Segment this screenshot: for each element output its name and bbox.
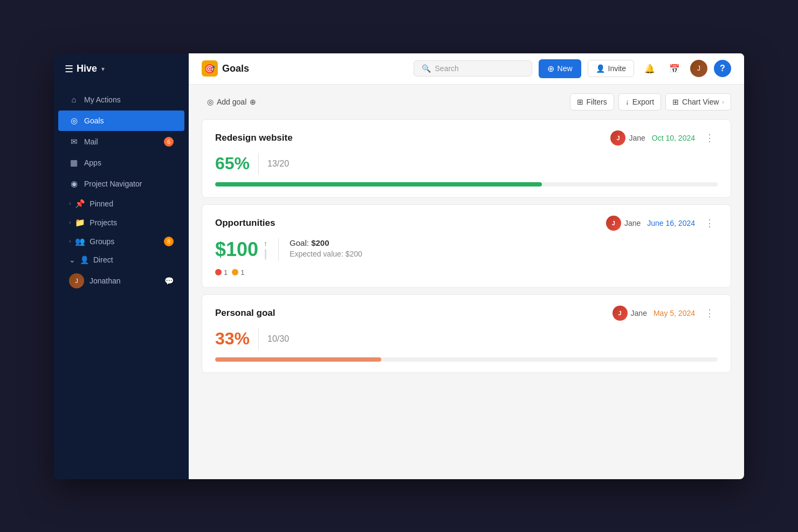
page-title-area: 🎯 Goals	[202, 60, 249, 77]
goal-card-personal-goal: Personal goal J Jane May 5, 2024 ⋮ 33% 1…	[202, 294, 731, 373]
goal-card-opportunities: Opportunities J Jane June 16, 2024 ⋮ $10…	[202, 204, 731, 288]
invite-button[interactable]: 👤 Invite	[588, 60, 634, 77]
invite-button-label: Invite	[608, 64, 626, 73]
chart-view-chevron: ›	[722, 99, 724, 105]
sidebar-item-apps[interactable]: ▦ Apps	[58, 153, 184, 173]
sidebar-header: ☰ Hive ▾	[54, 53, 189, 85]
export-button[interactable]: ↓ Export	[618, 93, 661, 110]
sidebar-item-jonathan[interactable]: J Jonathan 💬	[58, 269, 184, 293]
sidebar-item-apps-label: Apps	[84, 158, 101, 167]
action-bar: ◎ Add goal ⊕ ⊞ Filters ↓ Export ⊞ C	[202, 93, 731, 110]
bell-button[interactable]: 🔔	[641, 59, 659, 78]
goal-percentage-1: 65%	[215, 154, 250, 174]
sidebar-item-goals[interactable]: ◎ Goals	[58, 110, 184, 131]
opp-amount-value: $100	[215, 238, 258, 261]
opp-trend: ↑	[264, 239, 267, 260]
goal-date-2: June 16, 2024	[647, 219, 695, 227]
plus-icon: ⊕	[547, 64, 554, 74]
user-avatar-topbar[interactable]: J	[690, 60, 707, 77]
goals-icon: ◎	[69, 116, 79, 126]
chevron-right-icon-2: ›	[69, 219, 71, 225]
goal-assignee-3: J Jane	[613, 306, 647, 321]
invite-icon: 👤	[596, 64, 605, 73]
progress-fill-3	[215, 357, 381, 362]
message-icon: 💬	[164, 277, 174, 285]
goals-page-icon: 🎯	[204, 64, 215, 74]
goal-divider-1	[258, 153, 259, 175]
pin-icon: 📌	[75, 199, 85, 209]
goal-title-3: Personal goal	[215, 308, 275, 319]
goals-add-icon: ◎	[207, 98, 214, 106]
home-icon: ⌂	[69, 95, 79, 105]
opp-amount-section: $100 ↑	[215, 238, 279, 261]
sidebar-item-project-navigator[interactable]: ◉ Project Navigator	[58, 174, 184, 194]
goal-title-2: Opportunities	[215, 218, 275, 229]
action-bar-right: ⊞ Filters ↓ Export ⊞ Chart View ›	[570, 93, 731, 110]
add-plus-icon: ⊕	[250, 98, 256, 106]
mail-badge: 6	[164, 137, 174, 147]
topbar: 🎯 Goals 🔍 Search ⊕ New 👤 Invite 🔔	[189, 53, 744, 85]
chevron-right-icon-3: ›	[69, 238, 71, 244]
hive-dropdown-icon: ▾	[101, 65, 105, 73]
sidebar-projects-toggle[interactable]: › 📁 Projects	[58, 213, 184, 232]
search-box[interactable]: 🔍 Search	[414, 60, 532, 77]
mail-icon: ✉	[69, 137, 79, 147]
chart-view-button[interactable]: ⊞ Chart View ›	[665, 93, 731, 110]
sidebar-pinned-label: Pinned	[90, 199, 113, 208]
sidebar-direct-label[interactable]: ⌄ 👤 Direct	[58, 251, 184, 268]
red-dot	[215, 269, 222, 275]
goal-date-1: Oct 10, 2024	[652, 134, 695, 142]
sidebar-item-mail[interactable]: ✉ Mail 6	[58, 132, 184, 152]
content-area: ◎ Add goal ⊕ ⊞ Filters ↓ Export ⊞ C	[189, 85, 744, 479]
search-icon: 🔍	[422, 64, 431, 73]
goal-card-redesign-website: Redesign website J Jane Oct 10, 2024 ⋮ 6…	[202, 119, 731, 198]
filters-button[interactable]: ⊞ Filters	[570, 93, 614, 110]
main-content: 🎯 Goals 🔍 Search ⊕ New 👤 Invite 🔔	[189, 53, 744, 479]
sidebar-item-my-actions-label: My Actions	[84, 95, 121, 104]
trend-bar	[265, 249, 266, 260]
jane-avatar-3: J	[613, 306, 628, 321]
goal-divider-3	[258, 328, 259, 350]
help-label: ?	[720, 64, 725, 73]
filters-label: Filters	[587, 98, 607, 106]
chevron-down-icon: ⌄	[69, 255, 75, 264]
yellow-dot	[232, 269, 238, 275]
help-button[interactable]: ?	[714, 60, 731, 77]
trend-up-icon: ↑	[264, 239, 267, 248]
goal-assignee-name-3: Jane	[631, 309, 647, 317]
chevron-right-icon: ›	[69, 201, 71, 206]
goal-more-button-3[interactable]: ⋮	[701, 306, 718, 320]
apps-icon: ▦	[69, 158, 79, 168]
sidebar-nav: ⌂ My Actions ◎ Goals ✉ Mail 6 ▦ Apps ◉	[54, 85, 189, 479]
filter-icon: ⊞	[577, 98, 583, 106]
sidebar-groups-toggle[interactable]: › 👥 Groups 8	[58, 232, 184, 251]
add-goal-label: Add goal	[217, 98, 246, 106]
goal-more-button-2[interactable]: ⋮	[701, 216, 718, 230]
goal-count-3: 10/30	[267, 334, 289, 344]
calendar-button[interactable]: 📅	[665, 59, 684, 78]
sidebar-pinned-toggle[interactable]: › 📌 Pinned	[58, 195, 184, 213]
goal-stats-3: 33% 10/30	[215, 328, 718, 350]
add-goal-button[interactable]: ◎ Add goal ⊕	[202, 94, 262, 109]
goal-assignee-name-2: Jane	[624, 219, 641, 227]
search-placeholder: Search	[435, 64, 459, 73]
sidebar-item-jonathan-label: Jonathan	[90, 277, 121, 285]
export-icon: ↓	[625, 98, 629, 106]
progress-track-1	[215, 182, 718, 186]
new-button[interactable]: ⊕ New	[539, 59, 581, 78]
hive-brand-name: Hive	[77, 63, 97, 74]
goal-meta-1: J Jane Oct 10, 2024 ⋮	[610, 130, 718, 146]
goal-more-button-1[interactable]: ⋮	[701, 131, 718, 145]
opp-expected-label: Expected value: $200	[290, 250, 362, 258]
folder-icon: 📁	[75, 218, 85, 227]
hive-logo[interactable]: ☰ Hive ▾	[65, 63, 105, 75]
groups-badge: 8	[164, 237, 174, 246]
page-icon: 🎯	[202, 60, 218, 77]
hive-logo-icon: ☰	[65, 63, 73, 75]
sidebar-item-goals-label: Goals	[84, 116, 104, 125]
chart-icon: ⊞	[672, 98, 679, 106]
sidebar-item-my-actions[interactable]: ⌂ My Actions	[58, 89, 184, 110]
sidebar-groups-label: Groups	[90, 237, 114, 246]
goal-card-header-3: Personal goal J Jane May 5, 2024 ⋮	[215, 306, 718, 321]
opp-goal-label: Goal: $200	[290, 238, 362, 247]
